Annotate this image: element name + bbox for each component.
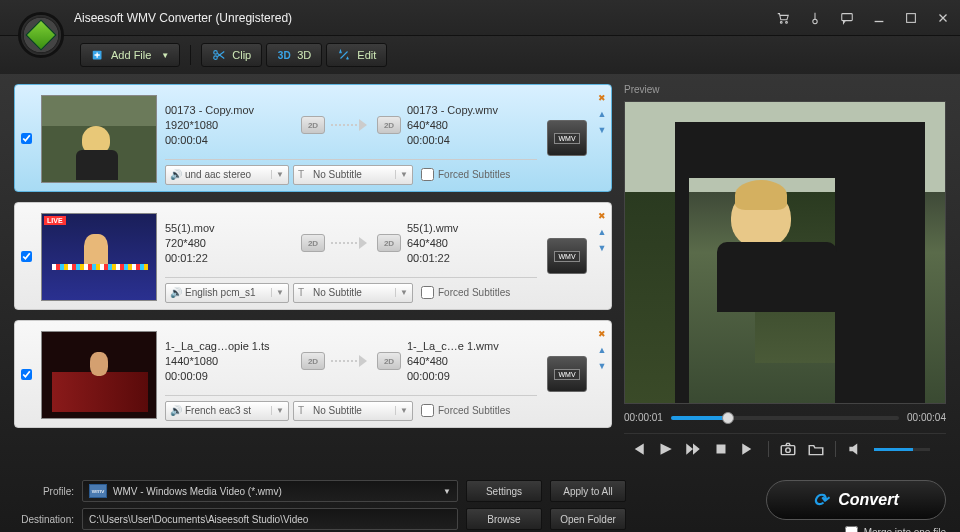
comment-icon[interactable] [840,11,854,25]
maximize-icon[interactable] [904,11,918,25]
wand-icon [337,48,351,62]
subtitle-icon: T [298,405,310,416]
minimize-icon[interactable] [872,11,886,25]
preview-label: Preview [624,84,946,95]
stop-icon[interactable] [712,440,730,458]
src-2d-badge: 2D [301,116,325,134]
snapshot-icon[interactable] [779,440,797,458]
svg-point-0 [780,21,782,23]
svg-rect-8 [717,445,726,454]
forced-subtitles-checkbox[interactable]: Forced Subtitles [421,404,510,417]
format-icon[interactable] [547,356,587,392]
svg-point-2 [813,19,817,23]
move-down-icon[interactable]: ▼ [595,241,609,255]
source-info: 1-_La_cag…opie 1.ts 1440*1080 00:00:09 [165,339,295,384]
progress-slider[interactable] [671,416,899,420]
dest-info: 55(1).wmv 640*480 00:01:22 [407,221,537,266]
svg-point-1 [786,21,788,23]
dest-info: 1-_La_c…e 1.wmv 640*480 00:00:09 [407,339,537,384]
svg-point-10 [786,448,791,453]
add-file-label: Add File [111,49,151,61]
profile-label: Profile: [14,486,74,497]
app-logo [14,8,68,62]
item-checkbox[interactable] [21,369,32,380]
titlebar: Aiseesoft WMV Converter (Unregistered) [0,0,960,36]
remove-item-icon[interactable]: ✖ [595,327,609,341]
add-file-button[interactable]: Add File ▼ [80,43,180,67]
forced-subtitles-checkbox[interactable]: Forced Subtitles [421,168,510,181]
conversion-arrow: 2D 2D [295,115,407,135]
profile-dropdown[interactable]: WMV - Windows Media Video (*.wmv)▼ [82,480,458,502]
volume-slider[interactable] [874,448,930,451]
subtitle-dropdown[interactable]: TNo Subtitle▼ [293,401,413,421]
cart-icon[interactable] [776,11,790,25]
destination-input[interactable]: C:\Users\User\Documents\Aiseesoft Studio… [82,508,458,530]
svg-rect-9 [781,446,795,455]
chevron-down-icon: ▼ [161,51,169,60]
audio-track-dropdown[interactable]: 🔊French eac3 st▼ [165,401,289,421]
apply-all-button[interactable]: Apply to All [550,480,626,502]
edit-label: Edit [357,49,376,61]
thumbnail[interactable]: LIVE [41,213,157,301]
audio-track-dropdown[interactable]: 🔊English pcm_s1▼ [165,283,289,303]
svg-rect-4 [907,13,916,22]
live-badge: LIVE [44,216,66,225]
file-item[interactable]: 00173 - Copy.mov 1920*1080 00:00:04 2D 2… [14,84,612,192]
thermometer-icon[interactable] [808,11,822,25]
next-icon[interactable] [740,440,758,458]
thumbnail[interactable] [41,95,157,183]
forced-subtitles-checkbox[interactable]: Forced Subtitles [421,286,510,299]
source-info: 00173 - Copy.mov 1920*1080 00:00:04 [165,103,295,148]
destination-label: Destination: [14,514,74,525]
thumbnail[interactable] [41,331,157,419]
file-item[interactable]: 1-_La_cag…opie 1.ts 1440*1080 00:00:09 2… [14,320,612,428]
three-d-button[interactable]: 3D 3D [266,43,322,67]
time-total: 00:00:04 [907,412,946,423]
refresh-icon: ⟳ [813,489,828,511]
move-up-icon[interactable]: ▲ [595,343,609,357]
item-checkbox[interactable] [21,251,32,262]
move-down-icon[interactable]: ▼ [595,359,609,373]
merge-checkbox[interactable]: Merge into one file [845,526,946,532]
dst-2d-badge: 2D [377,352,401,370]
subtitle-dropdown[interactable]: TNo Subtitle▼ [293,165,413,185]
open-folder-button[interactable]: Open Folder [550,508,626,530]
move-down-icon[interactable]: ▼ [595,123,609,137]
speaker-icon: 🔊 [170,405,182,416]
fast-forward-icon[interactable] [684,440,702,458]
file-item[interactable]: LIVE 55(1).mov 720*480 00:01:22 2D 2D 55… [14,202,612,310]
preview-pane[interactable] [624,101,946,404]
clip-button[interactable]: Clip [201,43,262,67]
folder-icon[interactable] [807,440,825,458]
subtitle-icon: T [298,169,310,180]
format-icon[interactable] [547,120,587,156]
svg-point-7 [214,56,218,60]
play-icon[interactable] [656,440,674,458]
remove-item-icon[interactable]: ✖ [595,209,609,223]
src-2d-badge: 2D [301,352,325,370]
speaker-icon: 🔊 [170,169,182,180]
dest-info: 00173 - Copy.wmv 640*480 00:00:04 [407,103,537,148]
app-title: Aiseesoft WMV Converter (Unregistered) [74,11,292,25]
move-up-icon[interactable]: ▲ [595,225,609,239]
prev-icon[interactable] [628,440,646,458]
browse-button[interactable]: Browse [466,508,542,530]
edit-button[interactable]: Edit [326,43,387,67]
format-icon[interactable] [547,238,587,274]
audio-track-dropdown[interactable]: 🔊und aac stereo▼ [165,165,289,185]
conversion-arrow: 2D 2D [295,351,407,371]
dst-2d-badge: 2D [377,116,401,134]
item-checkbox[interactable] [21,133,32,144]
volume-icon[interactable] [846,440,864,458]
move-up-icon[interactable]: ▲ [595,107,609,121]
remove-item-icon[interactable]: ✖ [595,91,609,105]
three-d-label: 3D [297,49,311,61]
svg-point-6 [214,51,218,55]
toolbar: Add File ▼ Clip 3D 3D Edit [0,36,960,74]
close-icon[interactable] [936,11,950,25]
subtitle-dropdown[interactable]: TNo Subtitle▼ [293,283,413,303]
settings-button[interactable]: Settings [466,480,542,502]
conversion-arrow: 2D 2D [295,233,407,253]
wmv-icon [89,484,107,498]
convert-button[interactable]: ⟳ Convert [766,480,946,520]
